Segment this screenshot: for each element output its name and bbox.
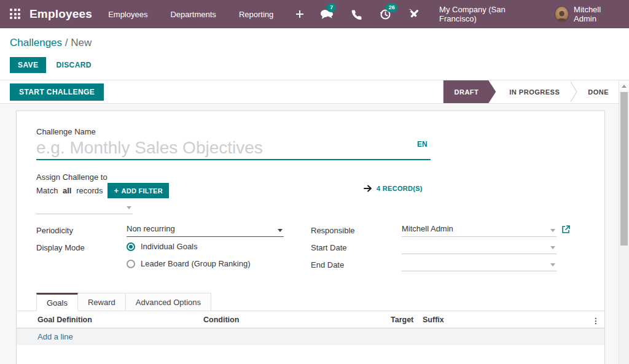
top-navbar: Employees Employees Departments Reportin… (0, 0, 629, 28)
breadcrumb-current: New (71, 37, 92, 48)
menu-employees[interactable]: Employees (108, 10, 147, 19)
form-sheet: Challenge Name EN Assign Challenge to Ma… (16, 110, 605, 364)
match-prefix: Match (36, 186, 58, 195)
end-date-label: End Date (311, 260, 344, 269)
chevron-down-icon (278, 229, 283, 232)
status-step-done[interactable]: DONE (578, 80, 619, 103)
navbar-systray: 7 26 My Company (San Francisco) (303, 5, 619, 23)
form-view: Challenge Name EN Assign Challenge to Ma… (0, 104, 629, 364)
arrow-right-icon (364, 185, 372, 192)
language-badge[interactable]: EN (417, 140, 428, 149)
chevron-right-icon (569, 80, 578, 103)
start-date-label: Start Date (311, 243, 347, 252)
app-title[interactable]: Employees (29, 7, 92, 21)
tab-reward[interactable]: Reward (78, 293, 125, 311)
messages-icon[interactable]: 7 (320, 7, 334, 21)
chevron-down-icon (550, 246, 555, 249)
column-suffix: Suffix (423, 316, 444, 324)
company-switcher[interactable]: My Company (San Francisco) (439, 5, 533, 23)
save-button[interactable]: SAVE (10, 57, 46, 73)
add-filter-label: ADD FILTER (121, 187, 163, 195)
breadcrumb-challenges-link[interactable]: Challenges (10, 37, 62, 48)
status-step-in-progress[interactable]: IN PROGRESS (499, 80, 569, 103)
radio-button-icon (127, 242, 135, 251)
user-avatar[interactable] (555, 6, 569, 22)
scroll-up-button[interactable] (619, 81, 629, 91)
status-steps: DRAFT IN PROGRESS DONE (443, 80, 619, 103)
chevron-down-icon (550, 229, 555, 232)
goals-table-header: Goal Definition Condition Target Suffix … (17, 311, 604, 328)
scrollbar-thumb[interactable] (620, 92, 628, 246)
triangle-up-icon (622, 85, 627, 88)
periodicity-value: Non recurring (127, 224, 175, 233)
status-step-draft[interactable]: DRAFT (443, 80, 496, 103)
radio-leader-board[interactable]: Leader Board (Group Ranking) (127, 259, 251, 268)
record-count-link[interactable]: 4 RECORD(S) (364, 185, 423, 192)
notebook-tabs: Goals Reward Advanced Options (36, 293, 211, 311)
control-panel-buttons: SAVE DISCARD (10, 57, 619, 73)
column-condition: Condition (203, 316, 239, 324)
optional-columns-icon[interactable]: ⋮ (592, 316, 600, 327)
tools-icon[interactable] (408, 7, 420, 21)
new-content-plus-icon[interactable] (296, 10, 303, 18)
responsible-value: Mitchell Admin (402, 224, 453, 233)
responsible-label: Responsible (311, 226, 355, 235)
radio-individual-goals[interactable]: Individual Goals (127, 242, 198, 251)
user-menu[interactable]: Mitchell Admin (574, 5, 619, 23)
discard-button[interactable]: DISCARD (56, 61, 91, 69)
external-link-icon[interactable] (561, 225, 570, 236)
match-suffix: records (76, 186, 103, 195)
domain-match-row: Match all records + ADD FILTER (36, 183, 169, 198)
column-target: Target (391, 316, 413, 324)
assign-challenge-label: Assign Challenge to (36, 172, 107, 182)
challenge-name-input[interactable] (36, 137, 431, 160)
breadcrumb-separator: / (65, 37, 68, 48)
add-filter-button[interactable]: + ADD FILTER (107, 183, 168, 198)
display-mode-label: Display Mode (36, 243, 85, 252)
activities-clock-icon[interactable]: 26 (379, 7, 391, 21)
main-menu: Employees Departments Reporting (108, 10, 303, 19)
column-goal-definition: Goal Definition (37, 316, 92, 324)
responsible-field[interactable]: Mitchell Admin (402, 224, 557, 237)
start-date-field[interactable] (402, 241, 557, 254)
add-a-line-link[interactable]: Add a line (37, 332, 73, 341)
messages-badge: 7 (327, 3, 336, 12)
breadcrumb: Challenges / New (10, 36, 619, 50)
periodicity-select[interactable]: Non recurring (127, 224, 284, 237)
challenge-name-label: Challenge Name (36, 127, 96, 136)
end-date-field[interactable] (402, 258, 557, 271)
periodicity-label: Periodicity (36, 226, 73, 235)
radio-button-icon (127, 260, 135, 268)
match-records-text: Match all records (36, 186, 103, 195)
chevron-down-icon (127, 206, 131, 209)
control-panel: Challenges / New SAVE DISCARD (0, 28, 629, 80)
match-all-toggle[interactable]: all (63, 186, 71, 195)
menu-departments[interactable]: Departments (170, 10, 216, 19)
phone-icon[interactable] (350, 7, 362, 21)
tab-advanced-options[interactable]: Advanced Options (125, 293, 211, 311)
filter-value-select[interactable] (36, 201, 133, 214)
apps-menu-icon[interactable] (10, 9, 20, 20)
plus-icon: + (114, 186, 119, 195)
chevron-down-icon (550, 263, 555, 266)
menu-reporting[interactable]: Reporting (239, 10, 273, 19)
vertical-scrollbar[interactable] (619, 81, 629, 364)
start-challenge-button[interactable]: START CHALLENGE (10, 83, 104, 101)
tab-goals[interactable]: Goals (36, 293, 78, 311)
table-row: Add a line (17, 328, 604, 345)
activities-badge: 26 (386, 3, 398, 12)
statusbar: START CHALLENGE DRAFT IN PROGRESS DONE (0, 80, 629, 104)
